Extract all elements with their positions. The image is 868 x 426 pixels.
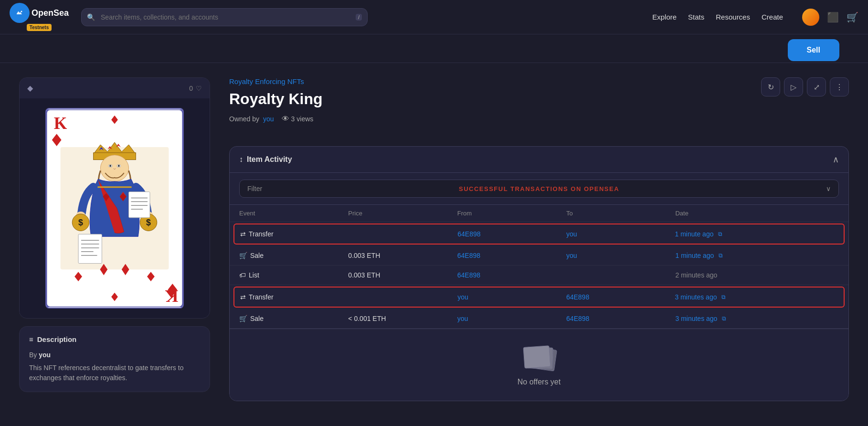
share-button[interactable]: ⤢ <box>807 77 826 96</box>
cell-to-3[interactable]: 64E898 <box>566 293 675 301</box>
refresh-button[interactable]: ↻ <box>761 77 780 96</box>
ownership-row: Owned by you 👁 3 views <box>229 115 323 123</box>
activity-title: ↕ Item Activity <box>239 155 292 164</box>
nft-info: Royalty Enforcing NFTs Royalty King Owne… <box>229 77 323 135</box>
search-input[interactable] <box>81 8 368 26</box>
table-row: 🛒 Sale < 0.001 ETH you 64E898 3 minutes … <box>230 309 848 329</box>
left-panel: ◆ 0 ♡ K <box>19 77 210 426</box>
nft-image: K K <box>45 108 184 309</box>
activity-table-body: ⇄ Transfer 64E898 you 1 minute ago ⧉ 🛒 <box>230 224 848 329</box>
filter-label: Filter <box>247 185 262 192</box>
search-icon: 🔍 <box>87 13 95 21</box>
toolbar-buttons: ↻ ▷ ⤢ ⋮ <box>761 77 849 96</box>
external-link-icon-3[interactable]: ⧉ <box>721 294 726 300</box>
wallet-icon[interactable]: ⬛ <box>827 11 839 23</box>
sell-button[interactable]: Sell <box>788 39 839 61</box>
fav-area: 0 ♡ <box>189 85 202 92</box>
activity-header: ↕ Item Activity ∧ <box>230 147 848 173</box>
cell-date-2: 2 minutes ago <box>675 271 839 279</box>
by-prefix: By <box>29 351 37 359</box>
cell-from-1[interactable]: 64E898 <box>457 252 566 259</box>
col-event: Event <box>239 210 348 217</box>
nft-card: ◆ 0 ♡ K <box>19 77 210 319</box>
nav-links: Explore Stats Resources Create ⬛ 🛒 <box>652 9 858 26</box>
cell-from-2[interactable]: 64E898 <box>457 271 566 279</box>
nav-actions: ⬛ 🛒 <box>802 9 858 26</box>
owned-by-label: Owned by you <box>229 115 274 123</box>
nav-create[interactable]: Create <box>762 13 783 21</box>
right-header: Royalty Enforcing NFTs Royalty King Owne… <box>229 77 849 135</box>
card-3 <box>523 345 550 369</box>
opensea-logo-icon[interactable] <box>10 3 30 23</box>
nav-resources[interactable]: Resources <box>716 13 750 21</box>
table-row: ⇄ Transfer 64E898 you 1 minute ago ⧉ <box>233 224 845 245</box>
svg-point-1 <box>21 11 22 12</box>
collapse-button[interactable]: ∧ <box>833 154 839 165</box>
svg-text:K: K <box>54 114 67 133</box>
filter-overlay-text: SUCCESSFUL TRANSACTIONS ON OPENSEA <box>459 185 619 192</box>
svg-point-17 <box>109 165 111 167</box>
stacked-cards-icon <box>520 343 558 372</box>
filter-row: Filter SUCCESSFUL TRANSACTIONS ON OPENSE… <box>230 173 848 205</box>
transfer-icon: ⇄ <box>240 230 246 238</box>
description-by: By you <box>29 350 200 360</box>
no-offers-section: No offers yet <box>230 329 848 401</box>
cell-event-3: ⇄ Transfer <box>240 293 349 301</box>
cell-price-1: 0.003 ETH <box>348 252 457 259</box>
cell-date-1[interactable]: 1 minute ago ⧉ <box>675 252 839 259</box>
nav-explore[interactable]: Explore <box>652 13 677 21</box>
description-author[interactable]: you <box>39 351 51 359</box>
search-bar: 🔍 / <box>81 8 368 26</box>
table-row: 🏷 List 0.003 ETH 64E898 2 minutes ago <box>230 266 848 285</box>
logo-area[interactable]: OpenSea Testnets <box>10 3 69 31</box>
external-link-icon-4[interactable]: ⧉ <box>722 315 726 322</box>
cell-from-4[interactable]: you <box>457 315 566 322</box>
cell-from-0[interactable]: 64E898 <box>457 230 566 238</box>
cell-date-3[interactable]: 3 minutes ago ⧉ <box>675 293 838 301</box>
fav-count: 0 <box>189 85 193 92</box>
ethereum-icon: ◆ <box>27 84 33 93</box>
user-avatar[interactable] <box>802 9 819 26</box>
cell-event-1: 🛒 Sale <box>239 252 348 259</box>
sale-icon: 🛒 <box>239 252 247 259</box>
transfer-icon-2: ⇄ <box>240 293 246 301</box>
cell-from-3[interactable]: you <box>457 293 566 301</box>
cell-to-4[interactable]: 64E898 <box>566 315 675 322</box>
table-row: ⇄ Transfer you 64E898 3 minutes ago ⧉ <box>233 287 845 308</box>
cell-to-1[interactable]: you <box>566 252 675 259</box>
right-panel: Royalty Enforcing NFTs Royalty King Owne… <box>229 77 849 426</box>
sell-button-area: Sell <box>0 34 868 63</box>
col-date: Date <box>675 210 839 217</box>
external-link-icon-1[interactable]: ⧉ <box>719 252 723 259</box>
more-options-button[interactable]: ⋮ <box>830 77 849 96</box>
description-title: Description <box>37 335 77 343</box>
nft-title: Royalty King <box>229 90 323 108</box>
list-icon: 🏷 <box>239 271 246 279</box>
svg-rect-29 <box>129 192 150 217</box>
table-header: Event Price From To Date <box>230 205 848 222</box>
activity-section: ↕ Item Activity ∧ Filter SUCCESSFUL TRAN… <box>229 146 849 401</box>
views-number: 3 <box>291 115 295 123</box>
col-to: To <box>566 210 675 217</box>
cell-price-2: 0.003 ETH <box>348 271 457 279</box>
testnet-badge: Testnets <box>27 24 52 31</box>
cell-event-2: 🏷 List <box>239 271 348 279</box>
external-link-icon-0[interactable]: ⧉ <box>718 231 722 237</box>
cart-icon[interactable]: 🛒 <box>847 11 858 23</box>
cell-to-0[interactable]: you <box>566 230 675 238</box>
table-row: 🛒 Sale 0.003 ETH 64E898 you 1 minute ago… <box>230 246 848 266</box>
nav-stats[interactable]: Stats <box>688 13 704 21</box>
eye-icon: 👁 <box>282 115 289 123</box>
cell-date-4[interactable]: 3 minutes ago ⧉ <box>675 315 839 322</box>
main-content: ◆ 0 ♡ K <box>0 63 868 426</box>
collection-link[interactable]: Royalty Enforcing NFTs <box>229 77 323 85</box>
cell-date-0[interactable]: 1 minute ago ⧉ <box>675 230 838 238</box>
filter-select[interactable]: Filter SUCCESSFUL TRANSACTIONS ON OPENSE… <box>239 180 839 198</box>
send-button[interactable]: ▷ <box>784 77 803 96</box>
heart-icon[interactable]: ♡ <box>196 85 202 92</box>
sale-icon-2: 🛒 <box>239 315 247 322</box>
description-icon: ≡ <box>29 335 33 343</box>
owner-link[interactable]: you <box>263 115 274 123</box>
cell-event-4: 🛒 Sale <box>239 315 348 322</box>
svg-point-18 <box>118 165 120 167</box>
